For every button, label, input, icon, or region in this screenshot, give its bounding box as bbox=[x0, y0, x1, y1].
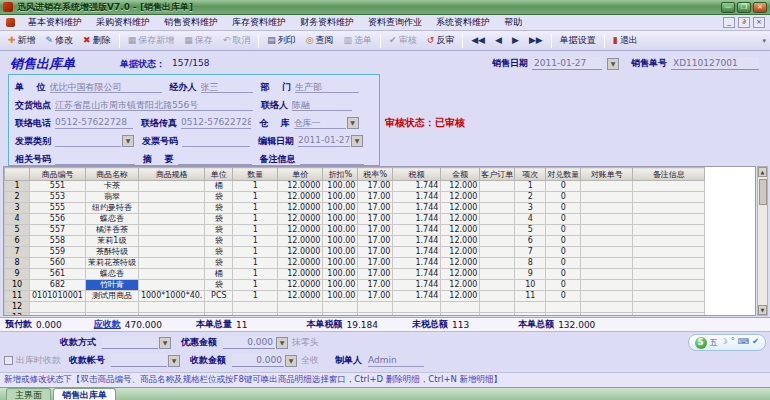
sale-date-field[interactable]: 2011-01-27 bbox=[532, 57, 602, 70]
col-header-12[interactable]: 项次 bbox=[515, 168, 546, 181]
table-row[interactable]: 4556蝶恋香袋112.0000100.0017.001.74412.00040 bbox=[5, 214, 705, 225]
account-field[interactable] bbox=[111, 354, 167, 367]
contact-field[interactable]: 陈融 bbox=[292, 99, 352, 111]
cell-r13-c5[interactable] bbox=[233, 313, 278, 317]
amount-field[interactable]: 0.000 bbox=[232, 354, 284, 367]
ime-icon-3[interactable]: ⌨ bbox=[738, 337, 750, 348]
cell-r5-c4[interactable]: 袋 bbox=[205, 225, 233, 236]
cell-r3-c6[interactable]: 12.0000 bbox=[278, 203, 323, 214]
table-row[interactable]: 9561蝶恋香桶112.0000100.0017.001.74412.00090 bbox=[5, 269, 705, 280]
cell-r5-c11[interactable] bbox=[480, 225, 515, 236]
table-scrollbar[interactable]: ▲ ▼ bbox=[757, 166, 768, 316]
cell-r2-c8[interactable]: 17.00 bbox=[358, 192, 393, 203]
cell-r10-c14[interactable] bbox=[581, 280, 633, 291]
cell-r1-c14[interactable] bbox=[581, 181, 633, 192]
table-row[interactable]: 3555纽约曼特香袋112.0000100.0017.001.74412.000… bbox=[5, 203, 705, 214]
col-header-9[interactable]: 税额 bbox=[393, 168, 441, 181]
cell-r7-c9[interactable]: 1.744 bbox=[393, 247, 441, 258]
cell-r13-c12[interactable] bbox=[515, 313, 546, 317]
maximize-button[interactable]: ❐ bbox=[737, 2, 751, 13]
cell-r1-c8[interactable]: 17.00 bbox=[358, 181, 393, 192]
print-button[interactable]: ▤列印 bbox=[262, 32, 301, 49]
cell-r3-c8[interactable]: 17.00 bbox=[358, 203, 393, 214]
cell-r10-c6[interactable]: 12.0000 bbox=[278, 280, 323, 291]
summary-field[interactable] bbox=[178, 153, 252, 165]
sale-no-field[interactable]: XD110127001 bbox=[671, 57, 759, 70]
cell-r13-c6[interactable] bbox=[278, 313, 323, 317]
unit-field[interactable]: 优比中国有限公司 bbox=[50, 81, 162, 93]
toolbar-overflow-icon[interactable]: ▾ bbox=[762, 37, 770, 45]
edit-date-field[interactable]: 2011-01-27 bbox=[298, 135, 350, 147]
cell-r2-c11[interactable] bbox=[480, 192, 515, 203]
delete-button[interactable]: ✖删除 bbox=[78, 32, 116, 49]
dept-field[interactable]: 生产部 bbox=[295, 81, 359, 93]
cell-r12-c13[interactable] bbox=[546, 302, 581, 313]
cell-r12-c3[interactable] bbox=[138, 302, 204, 313]
cell-r1-c12[interactable]: 1 bbox=[515, 181, 546, 192]
col-header-4[interactable]: 单位 bbox=[205, 168, 233, 181]
cell-r7-c7[interactable]: 100.00 bbox=[323, 247, 358, 258]
cell-r2-c7[interactable]: 100.00 bbox=[323, 192, 358, 203]
col-header-0[interactable] bbox=[5, 168, 30, 181]
cell-r10-c10[interactable]: 12.000 bbox=[441, 280, 480, 291]
cell-r11-c3[interactable]: 1000*1000*40. bbox=[138, 291, 204, 302]
cell-r7-c11[interactable] bbox=[480, 247, 515, 258]
cell-r11-c0[interactable]: 11 bbox=[5, 291, 30, 302]
cell-r13-c8[interactable] bbox=[358, 313, 393, 317]
cell-r12-c7[interactable] bbox=[323, 302, 358, 313]
cell-r8-c5[interactable]: 1 bbox=[233, 258, 278, 269]
cell-r6-c8[interactable]: 17.00 bbox=[358, 236, 393, 247]
cancel-button[interactable]: ↶取消 bbox=[218, 32, 256, 49]
cell-r12-c10[interactable] bbox=[441, 302, 480, 313]
cell-r9-c2[interactable]: 蝶恋香 bbox=[85, 269, 138, 280]
cell-r4-c4[interactable]: 袋 bbox=[205, 214, 233, 225]
cell-r4-c15[interactable] bbox=[633, 214, 705, 225]
cell-r11-c1[interactable]: 0101010001 bbox=[30, 291, 86, 302]
cell-r1-c13[interactable]: 0 bbox=[546, 181, 581, 192]
address-field[interactable]: 江苏省昆山市周市镇青阳北路556号 bbox=[55, 99, 253, 111]
pay-method-field[interactable] bbox=[102, 336, 158, 349]
cell-r7-c3[interactable] bbox=[138, 247, 204, 258]
cell-r11-c15[interactable] bbox=[633, 291, 705, 302]
cell-r1-c15[interactable] bbox=[633, 181, 705, 192]
ime-icon-0[interactable]: 五 bbox=[710, 337, 718, 348]
menu-item-6[interactable]: 系统资料维护 bbox=[429, 15, 497, 30]
cell-r7-c10[interactable]: 12.000 bbox=[441, 247, 480, 258]
new-button[interactable]: ✚新增 bbox=[3, 32, 41, 49]
invoice-type-dropdown-icon[interactable]: ▼ bbox=[122, 135, 134, 147]
col-header-15[interactable]: 备注信息 bbox=[633, 168, 705, 181]
cell-r2-c2[interactable]: 翡翠 bbox=[85, 192, 138, 203]
cell-r8-c6[interactable]: 12.0000 bbox=[278, 258, 323, 269]
cell-r13-c3[interactable] bbox=[138, 313, 204, 317]
cell-r2-c14[interactable] bbox=[581, 192, 633, 203]
cell-r7-c6[interactable]: 12.0000 bbox=[278, 247, 323, 258]
cell-r12-c2[interactable] bbox=[85, 302, 138, 313]
minimize-button[interactable]: — bbox=[721, 2, 735, 13]
cell-r2-c5[interactable]: 1 bbox=[233, 192, 278, 203]
cell-r13-c4[interactable] bbox=[205, 313, 233, 317]
cell-r13-c7[interactable] bbox=[323, 313, 358, 317]
warehouse-dropdown-icon[interactable]: ▼ bbox=[347, 117, 359, 129]
phone-field[interactable]: 0512-57622728 bbox=[55, 117, 133, 129]
invoice-no-field[interactable] bbox=[182, 135, 250, 147]
cell-r12-c15[interactable] bbox=[633, 302, 705, 313]
save-new-button[interactable]: ▦保存新增 bbox=[123, 32, 180, 49]
cell-r11-c2[interactable]: 测试用商品 bbox=[85, 291, 138, 302]
cell-r5-c15[interactable] bbox=[633, 225, 705, 236]
table-row[interactable]: 2553翡翠袋112.0000100.0017.001.74412.00020 bbox=[5, 192, 705, 203]
cell-r4-c1[interactable]: 556 bbox=[30, 214, 86, 225]
cell-r1-c11[interactable] bbox=[480, 181, 515, 192]
account-dropdown-icon[interactable]: ▼ bbox=[168, 355, 180, 367]
col-header-8[interactable]: 税率% bbox=[358, 168, 393, 181]
cell-r7-c12[interactable]: 7 bbox=[515, 247, 546, 258]
cell-r2-c9[interactable]: 1.744 bbox=[393, 192, 441, 203]
cell-r1-c9[interactable]: 1.744 bbox=[393, 181, 441, 192]
cell-r11-c4[interactable]: PCS bbox=[205, 291, 233, 302]
cell-r2-c15[interactable] bbox=[633, 192, 705, 203]
col-header-6[interactable]: 单价 bbox=[278, 168, 323, 181]
table-row[interactable]: 1551卡茶桶112.0000100.0017.001.74412.00010 bbox=[5, 181, 705, 192]
cell-r11-c8[interactable]: 17.00 bbox=[358, 291, 393, 302]
cell-r5-c3[interactable] bbox=[138, 225, 204, 236]
cell-r13-c0[interactable]: 13 bbox=[5, 313, 30, 317]
cell-r12-c11[interactable] bbox=[480, 302, 515, 313]
